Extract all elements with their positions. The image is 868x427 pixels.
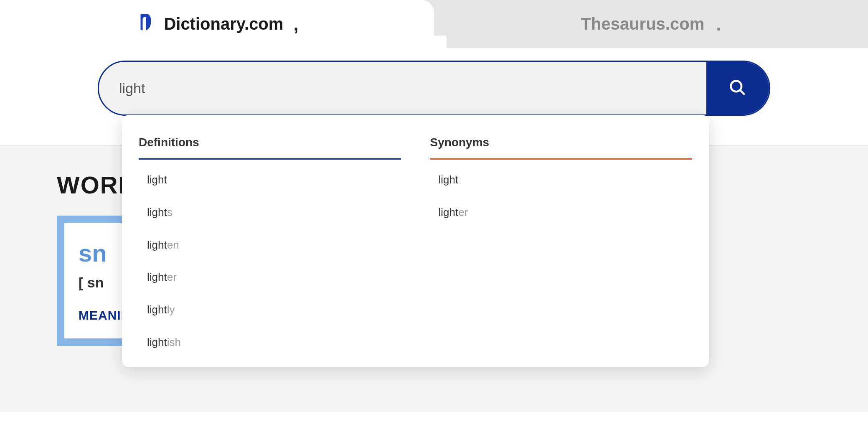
header-tabs: Dictionary.com , Thesaurus.com . bbox=[0, 0, 868, 48]
wotd-word[interactable]: sn bbox=[79, 239, 119, 267]
definition-suggestion[interactable]: lightly bbox=[139, 290, 401, 322]
search-icon bbox=[728, 79, 747, 98]
tab-dictionary[interactable]: Dictionary.com , bbox=[0, 0, 434, 48]
search-suggestions-dropdown: Definitions light lights lighten lighter… bbox=[122, 115, 709, 367]
synonym-suggestion[interactable]: lighter bbox=[430, 192, 693, 225]
search-bar bbox=[98, 61, 770, 116]
svg-line-1 bbox=[740, 90, 745, 94]
wotd-meaning-label: MEANING bbox=[79, 308, 119, 323]
dictionary-logo-icon bbox=[135, 12, 156, 36]
tab-dictionary-label: Dictionary.com bbox=[164, 15, 283, 33]
definition-suggestion[interactable]: lighten bbox=[139, 225, 401, 257]
dot-icon: . bbox=[716, 14, 721, 35]
tab-thesaurus[interactable]: Thesaurus.com . bbox=[434, 0, 868, 48]
tab-thesaurus-label: Thesaurus.com bbox=[581, 15, 705, 33]
wotd-pronunciation: [ sn bbox=[79, 274, 119, 291]
search-input[interactable] bbox=[99, 62, 706, 114]
definition-suggestion[interactable]: lightish bbox=[139, 322, 401, 355]
definition-suggestion[interactable]: light bbox=[139, 160, 401, 192]
svg-point-0 bbox=[731, 81, 742, 92]
synonym-suggestion[interactable]: light bbox=[430, 160, 693, 192]
definitions-header: Definitions bbox=[139, 136, 401, 160]
definition-suggestion[interactable]: lighter bbox=[139, 257, 401, 290]
definitions-column: Definitions light lights lighten lighter… bbox=[139, 136, 401, 355]
comma-icon: , bbox=[293, 14, 298, 35]
definition-suggestion[interactable]: lights bbox=[139, 192, 401, 225]
search-button[interactable] bbox=[706, 62, 769, 114]
synonyms-header: Synonyms bbox=[430, 136, 693, 160]
search-area: Definitions light lights lighten lighter… bbox=[0, 48, 868, 145]
synonyms-column: Synonyms light lighter bbox=[430, 136, 693, 355]
